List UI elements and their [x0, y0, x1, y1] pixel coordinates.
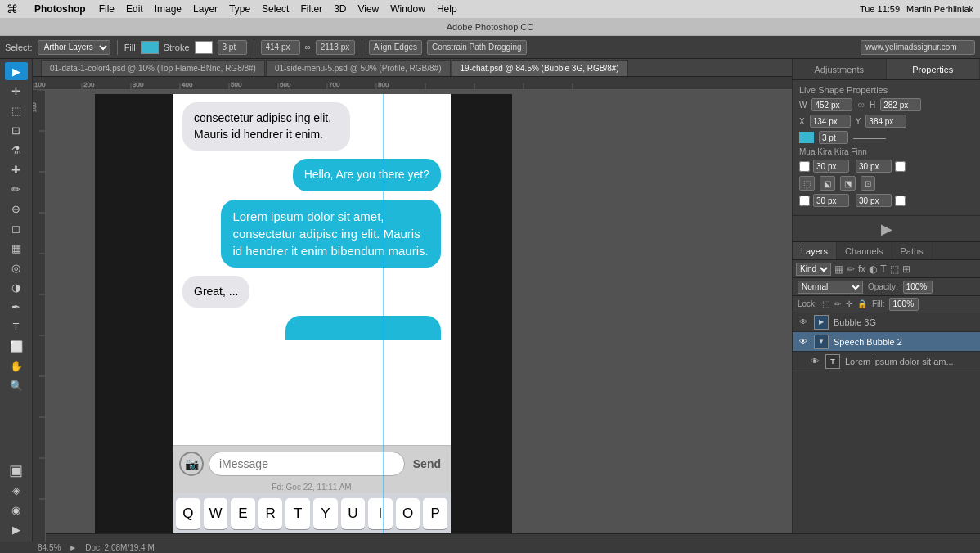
tool-clone[interactable]: ⊕ [5, 200, 28, 218]
layer-item-lorem[interactable]: 👁 T Lorem ipsum dolor sit am... [793, 352, 980, 371]
height-property-input[interactable] [880, 98, 921, 111]
tool-hand[interactable]: ✋ [5, 357, 28, 375]
menu-help[interactable]: Help [437, 3, 457, 15]
menu-edit[interactable]: Edit [126, 3, 143, 15]
layer-item-speech2[interactable]: 👁 ▼ Speech Bubble 2 [793, 332, 980, 352]
corner-link-check[interactable] [799, 161, 810, 172]
menu-file[interactable]: File [99, 3, 115, 15]
tool-extra-1[interactable]: ◈ [5, 481, 28, 499]
stroke-color-preview[interactable] [799, 132, 814, 143]
apple-menu-icon[interactable]: ⌘ [7, 2, 18, 16]
lock-pixels-icon[interactable]: ✏ [834, 299, 841, 308]
key-o[interactable]: O [396, 498, 420, 529]
tool-healing[interactable]: ✚ [5, 160, 28, 178]
lock-transparency-icon[interactable]: ⬚ [822, 299, 829, 308]
tool-eyedropper[interactable]: ⚗ [5, 141, 28, 159]
key-i[interactable]: I [368, 498, 393, 529]
layer-item-bubble3g[interactable]: 👁 ▶ Bubble 3G [793, 312, 980, 332]
y-property-input[interactable] [865, 115, 906, 128]
foreground-bg-color[interactable]: ▣ [5, 461, 28, 479]
stroke-color-swatch[interactable] [195, 41, 213, 54]
key-p[interactable]: P [423, 498, 447, 529]
key-t[interactable]: T [285, 498, 310, 529]
url-input[interactable] [861, 40, 975, 55]
tool-shape[interactable]: ⬜ [5, 337, 28, 355]
key-w[interactable]: W [204, 498, 228, 529]
menu-layer[interactable]: Layer [193, 3, 218, 15]
corner-tl-input[interactable] [813, 160, 849, 173]
lock-all-icon[interactable]: 🔒 [857, 299, 867, 308]
corner-lock-check2[interactable] [895, 196, 906, 206]
message-input[interactable] [209, 452, 405, 476]
key-u[interactable]: U [341, 498, 366, 529]
fill-color-swatch[interactable] [141, 41, 159, 54]
tab-2[interactable]: 19-chat.psd @ 84.5% (Bubble 3G, RGB/8#) [452, 60, 628, 76]
app-name[interactable]: Photoshop [34, 3, 86, 15]
key-q[interactable]: Q [176, 498, 200, 529]
corner-link-check2[interactable] [799, 196, 810, 206]
paths-tab[interactable]: Paths [892, 242, 933, 259]
icon-btn-1[interactable]: ⬚ [799, 176, 815, 191]
mode-select[interactable]: Arthor Layers [38, 40, 110, 55]
corner-br-input[interactable] [856, 194, 892, 207]
fill-input[interactable] [889, 298, 919, 311]
corner-lock-check[interactable] [895, 161, 906, 172]
icon-btn-2[interactable]: ⬕ [820, 176, 835, 191]
key-y[interactable]: Y [313, 498, 338, 529]
tool-extra-3[interactable]: ▶ [5, 520, 28, 538]
menu-window[interactable]: Window [390, 3, 425, 15]
tool-blur[interactable]: ◎ [5, 259, 28, 276]
tool-gradient[interactable]: ▦ [5, 239, 28, 257]
adjustments-tab[interactable]: Adjustments [793, 59, 887, 79]
tab-1[interactable]: 01-side-menu-5.psd @ 50% (Profile, RGB/8… [266, 60, 451, 76]
layer-kind-select[interactable]: Kind [796, 263, 831, 276]
tool-eraser[interactable]: ◻ [5, 219, 28, 237]
combine-paths-btn[interactable]: Constrain Path Dragging [427, 40, 527, 55]
tool-zoom[interactable]: 🔍 [5, 376, 28, 394]
menu-type[interactable]: Type [229, 3, 250, 15]
tool-dodge[interactable]: ◑ [5, 278, 28, 296]
stroke-pt-input[interactable] [819, 131, 848, 144]
key-e[interactable]: E [231, 498, 255, 529]
height-input[interactable] [316, 40, 355, 55]
menu-image[interactable]: Image [155, 3, 182, 15]
layer-eye-icon2[interactable]: 👁 [798, 337, 809, 346]
scroll-horizontal[interactable] [46, 533, 980, 542]
width-property-input[interactable] [811, 98, 852, 111]
camera-button[interactable]: 📷 [179, 452, 204, 476]
play-button[interactable]: ▶ [881, 220, 892, 238]
icon-btn-4[interactable]: ⊡ [861, 176, 875, 191]
width-input[interactable] [261, 40, 300, 55]
tool-text[interactable]: T [5, 317, 28, 335]
lock-move-icon[interactable]: ✛ [846, 299, 852, 308]
icon-btn-3[interactable]: ⬔ [840, 176, 856, 191]
layer-eye-icon[interactable]: 👁 [798, 317, 809, 326]
channels-tab[interactable]: Channels [837, 242, 892, 259]
corner-bl-input[interactable] [813, 194, 849, 207]
tool-extra-2[interactable]: ◉ [5, 501, 28, 519]
stroke-width-input[interactable] [218, 40, 247, 55]
key-r[interactable]: R [258, 498, 283, 529]
align-edges-btn[interactable]: Align Edges [369, 40, 422, 55]
menu-select[interactable]: Select [262, 3, 289, 15]
tool-lasso[interactable]: ⬚ [5, 101, 28, 119]
layers-tab[interactable]: Layers [793, 242, 837, 259]
tool-pen[interactable]: ✒ [5, 298, 28, 316]
menu-3d[interactable]: 3D [334, 3, 346, 15]
tab-0[interactable]: 01-data-1-color4.psd @ 10% (Top Flame-BN… [41, 60, 265, 76]
tool-crop[interactable]: ⊡ [5, 121, 28, 139]
arrow-icon[interactable]: ► [69, 543, 77, 552]
menu-view[interactable]: View [357, 3, 379, 15]
menu-filter[interactable]: Filter [300, 3, 322, 15]
tool-brush[interactable]: ✏ [5, 180, 28, 198]
x-property-input[interactable] [810, 115, 851, 128]
y-label: Y [856, 117, 861, 126]
tool-select[interactable]: ▶ [5, 62, 28, 80]
layer-eye-icon3[interactable]: 👁 [809, 357, 820, 366]
send-button[interactable]: Send [410, 457, 444, 470]
properties-tab[interactable]: Properties [887, 59, 981, 79]
tool-move[interactable]: ✛ [5, 82, 28, 100]
corner-tr-input[interactable] [856, 160, 892, 173]
opacity-input[interactable] [903, 281, 933, 294]
blend-mode-select[interactable]: Normal [798, 281, 863, 294]
